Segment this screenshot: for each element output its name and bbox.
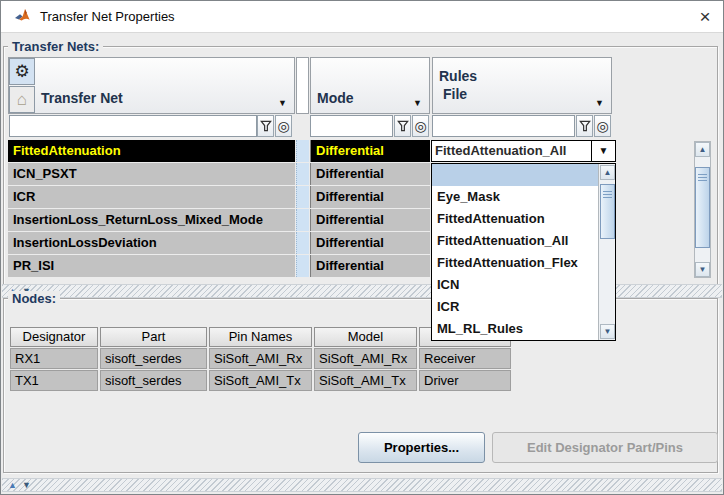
table-row-mode[interactable]: Differential bbox=[310, 140, 430, 162]
horizontal-splitter[interactable]: ▲ ▼ bbox=[2, 478, 722, 492]
node-cell[interactable]: SiSoft_AMI_Tx bbox=[209, 370, 312, 391]
splitter-collapse-up-icon[interactable]: ▲ bbox=[8, 480, 17, 490]
scroll-down-button[interactable]: ▼ bbox=[600, 324, 615, 339]
transfer-net-column: FittedAttenuation ICN_PSXT ICR Insertion… bbox=[8, 140, 295, 278]
transfer-net-filter-options-button[interactable]: ◎ bbox=[275, 115, 292, 137]
transfer-nets-group-label: Transfer Nets: bbox=[8, 39, 103, 54]
bullseye-icon: ◎ bbox=[414, 118, 426, 134]
dropdown-scrollbar[interactable]: ▲ ▼ bbox=[598, 164, 615, 340]
table-home-button[interactable]: ⌂ bbox=[9, 86, 35, 113]
column-header-transfer-net[interactable]: Transfer Net ▼ bbox=[8, 57, 295, 114]
chevron-down-icon: ▼ bbox=[599, 145, 609, 156]
scroll-down-icon: ▼ bbox=[699, 265, 707, 274]
column-header-file-label: File bbox=[443, 86, 467, 102]
funnel-icon bbox=[397, 120, 409, 132]
table-row-net[interactable]: ICR bbox=[8, 186, 295, 208]
node-cell[interactable]: RX1 bbox=[10, 348, 98, 369]
funnel-icon bbox=[260, 120, 272, 132]
dropdown-item[interactable]: ML_RL_Rules bbox=[432, 318, 598, 340]
sort-arrow-icon[interactable]: ▼ bbox=[595, 99, 604, 108]
column-header-rules-file[interactable]: Rules File ▼ bbox=[432, 57, 612, 114]
scroll-up-icon: ▲ bbox=[604, 168, 612, 177]
scroll-up-button[interactable]: ▲ bbox=[695, 142, 710, 157]
mode-filter-button[interactable] bbox=[394, 115, 411, 137]
home-icon: ⌂ bbox=[17, 90, 27, 109]
column-header-spacer bbox=[296, 57, 309, 114]
node-cell[interactable]: SiSoft_AMI_Tx bbox=[314, 370, 417, 391]
table-row-net[interactable]: InsertionLoss_ReturnLoss_Mixed_Mode bbox=[8, 209, 295, 231]
scroll-down-icon: ▼ bbox=[604, 327, 612, 336]
dropdown-item[interactable] bbox=[432, 164, 598, 186]
bullseye-icon: ◎ bbox=[596, 118, 608, 134]
transfer-net-filter-input[interactable] bbox=[9, 115, 257, 137]
dropdown-item[interactable]: Eye_Mask bbox=[432, 186, 598, 208]
column-header-mode[interactable]: Mode ▼ bbox=[310, 57, 430, 114]
scrollbar-thumb[interactable] bbox=[695, 167, 710, 248]
scroll-up-button[interactable]: ▲ bbox=[600, 165, 615, 180]
thumb-grip bbox=[698, 174, 707, 183]
mode-filter-options-button[interactable]: ◎ bbox=[412, 115, 429, 137]
sort-arrow-icon[interactable]: ▼ bbox=[413, 99, 422, 108]
dropdown-item[interactable]: ICN bbox=[432, 274, 598, 296]
nodes-row[interactable]: TX1 sisoft_serdes SiSoft_AMI_Tx SiSoft_A… bbox=[10, 370, 513, 391]
rules-file-combobox-value: FittedAttenuation_All bbox=[435, 141, 566, 161]
table-row-mode[interactable]: Differential bbox=[310, 209, 430, 231]
table-row-mode[interactable]: Differential bbox=[310, 255, 430, 277]
table-row-net[interactable]: PR_ISI bbox=[8, 255, 295, 277]
thumb-grip bbox=[603, 191, 612, 200]
bullseye-icon: ◎ bbox=[277, 118, 289, 134]
gear-icon: ⚙ bbox=[14, 62, 29, 81]
rules-file-filter-button[interactable] bbox=[576, 115, 593, 137]
node-cell[interactable]: SiSoft_AMI_Rx bbox=[314, 348, 417, 369]
table-settings-button[interactable]: ⚙ bbox=[9, 58, 35, 85]
combobox-dropdown-button[interactable]: ▼ bbox=[591, 141, 615, 161]
rules-file-filter-options-button[interactable]: ◎ bbox=[594, 115, 611, 137]
matlab-logo-icon bbox=[14, 7, 33, 26]
table-row-mode[interactable]: Differential bbox=[310, 232, 430, 254]
rules-file-dropdown-list: Eye_Mask FittedAttenuation FittedAttenua… bbox=[431, 163, 616, 341]
transfer-net-filter-button[interactable] bbox=[257, 115, 274, 137]
window-title: Transfer Net Properties bbox=[40, 9, 175, 24]
spacer-column bbox=[296, 140, 309, 278]
node-cell[interactable]: Driver bbox=[419, 370, 511, 391]
dropdown-item[interactable]: ICR bbox=[432, 296, 598, 318]
nodes-row[interactable]: RX1 sisoft_serdes SiSoft_AMI_Rx SiSoft_A… bbox=[10, 348, 513, 369]
column-header-rules-label: Rules bbox=[439, 68, 477, 84]
rules-file-combobox[interactable]: FittedAttenuation_All ▼ bbox=[431, 140, 616, 162]
nodes-header-model[interactable]: Model bbox=[314, 327, 417, 347]
dropdown-item[interactable]: FittedAttenuation_All bbox=[432, 230, 598, 252]
rules-file-filter-input[interactable] bbox=[432, 115, 575, 137]
edit-designator-part-pins-button: Edit Designator Part/Pins bbox=[492, 432, 718, 463]
column-header-mode-label: Mode bbox=[317, 90, 354, 106]
title-bar[interactable]: Transfer Net Properties × bbox=[1, 1, 723, 33]
close-icon[interactable]: × bbox=[689, 3, 721, 30]
mode-filter-input[interactable] bbox=[310, 115, 393, 137]
table-row-net[interactable]: InsertionLossDeviation bbox=[8, 232, 295, 254]
mode-column: Differential Differential Differential D… bbox=[310, 140, 430, 278]
table-row-mode[interactable]: Differential bbox=[310, 186, 430, 208]
properties-button[interactable]: Properties... bbox=[358, 432, 485, 463]
node-cell[interactable]: sisoft_serdes bbox=[100, 370, 207, 391]
nodes-header-pin-names[interactable]: Pin Names bbox=[209, 327, 312, 347]
scroll-up-icon: ▲ bbox=[699, 145, 707, 154]
table-row-mode[interactable]: Differential bbox=[310, 163, 430, 185]
sort-arrow-icon[interactable]: ▼ bbox=[278, 99, 287, 108]
table-row-net[interactable]: ICN_PSXT bbox=[8, 163, 295, 185]
node-cell[interactable]: sisoft_serdes bbox=[100, 348, 207, 369]
nodes-group-label: Nodes: bbox=[8, 291, 60, 306]
splitter-collapse-down-icon[interactable]: ▼ bbox=[22, 480, 31, 490]
transfer-net-properties-dialog: Transfer Net Properties × Transfer Nets:… bbox=[0, 0, 724, 495]
node-cell[interactable]: TX1 bbox=[10, 370, 98, 391]
funnel-icon bbox=[579, 120, 591, 132]
scrollbar-thumb[interactable] bbox=[600, 184, 615, 239]
transfer-nets-vertical-scrollbar[interactable]: ▲ ▼ bbox=[694, 141, 711, 278]
table-row-net[interactable]: FittedAttenuation bbox=[8, 140, 295, 162]
node-cell[interactable]: SiSoft_AMI_Rx bbox=[209, 348, 312, 369]
node-cell[interactable]: Receiver bbox=[419, 348, 511, 369]
scroll-down-button[interactable]: ▼ bbox=[695, 262, 710, 277]
dropdown-item[interactable]: FittedAttenuation_Flex bbox=[432, 252, 598, 274]
nodes-header-part[interactable]: Part bbox=[100, 327, 207, 347]
nodes-header-designator[interactable]: Designator bbox=[10, 327, 98, 347]
column-header-transfer-net-label: Transfer Net bbox=[41, 90, 123, 106]
dropdown-item[interactable]: FittedAttenuation bbox=[432, 208, 598, 230]
